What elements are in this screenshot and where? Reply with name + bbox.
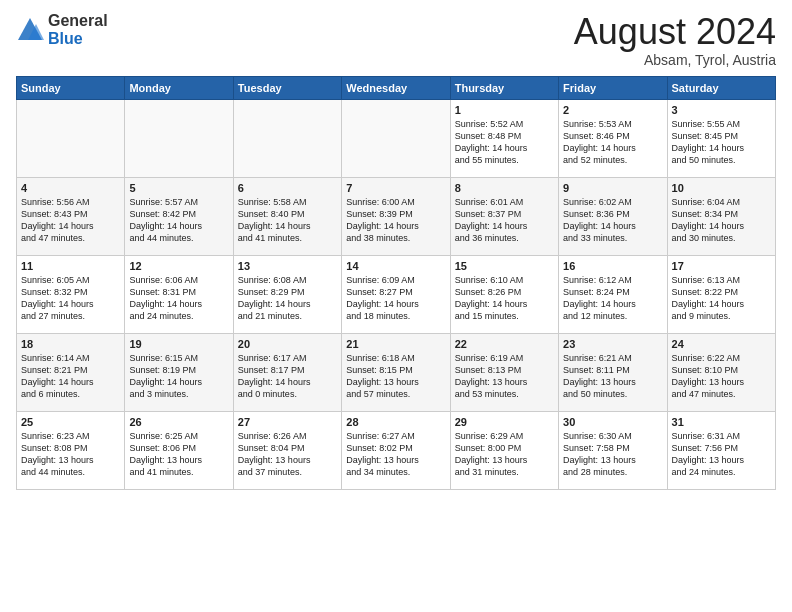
cell-content: Sunrise: 5:57 AM Sunset: 8:42 PM Dayligh…	[129, 196, 228, 245]
calendar-week-5: 25Sunrise: 6:23 AM Sunset: 8:08 PM Dayli…	[17, 411, 776, 489]
calendar-cell: 17Sunrise: 6:13 AM Sunset: 8:22 PM Dayli…	[667, 255, 775, 333]
day-number: 15	[455, 260, 554, 272]
calendar-cell: 4Sunrise: 5:56 AM Sunset: 8:43 PM Daylig…	[17, 177, 125, 255]
cell-content: Sunrise: 6:10 AM Sunset: 8:26 PM Dayligh…	[455, 274, 554, 323]
day-number: 10	[672, 182, 771, 194]
day-number: 2	[563, 104, 662, 116]
calendar-cell	[17, 99, 125, 177]
calendar-cell: 21Sunrise: 6:18 AM Sunset: 8:15 PM Dayli…	[342, 333, 450, 411]
calendar-cell: 23Sunrise: 6:21 AM Sunset: 8:11 PM Dayli…	[559, 333, 667, 411]
day-number: 4	[21, 182, 120, 194]
cell-content: Sunrise: 6:06 AM Sunset: 8:31 PM Dayligh…	[129, 274, 228, 323]
title-block: August 2024 Absam, Tyrol, Austria	[574, 12, 776, 68]
calendar-cell: 2Sunrise: 5:53 AM Sunset: 8:46 PM Daylig…	[559, 99, 667, 177]
day-number: 23	[563, 338, 662, 350]
calendar-cell: 28Sunrise: 6:27 AM Sunset: 8:02 PM Dayli…	[342, 411, 450, 489]
header-sunday: Sunday	[17, 76, 125, 99]
cell-content: Sunrise: 6:19 AM Sunset: 8:13 PM Dayligh…	[455, 352, 554, 401]
day-number: 12	[129, 260, 228, 272]
day-number: 17	[672, 260, 771, 272]
day-number: 8	[455, 182, 554, 194]
cell-content: Sunrise: 6:27 AM Sunset: 8:02 PM Dayligh…	[346, 430, 445, 479]
cell-content: Sunrise: 6:29 AM Sunset: 8:00 PM Dayligh…	[455, 430, 554, 479]
day-number: 30	[563, 416, 662, 428]
header-saturday: Saturday	[667, 76, 775, 99]
page-header: General Blue August 2024 Absam, Tyrol, A…	[16, 12, 776, 68]
day-number: 13	[238, 260, 337, 272]
day-number: 25	[21, 416, 120, 428]
calendar-cell: 26Sunrise: 6:25 AM Sunset: 8:06 PM Dayli…	[125, 411, 233, 489]
cell-content: Sunrise: 5:58 AM Sunset: 8:40 PM Dayligh…	[238, 196, 337, 245]
logo-blue-text: Blue	[48, 30, 108, 48]
header-friday: Friday	[559, 76, 667, 99]
location-subtitle: Absam, Tyrol, Austria	[574, 52, 776, 68]
calendar-cell: 19Sunrise: 6:15 AM Sunset: 8:19 PM Dayli…	[125, 333, 233, 411]
calendar-cell: 16Sunrise: 6:12 AM Sunset: 8:24 PM Dayli…	[559, 255, 667, 333]
calendar-table: SundayMondayTuesdayWednesdayThursdayFrid…	[16, 76, 776, 490]
day-number: 7	[346, 182, 445, 194]
day-number: 31	[672, 416, 771, 428]
calendar-cell: 15Sunrise: 6:10 AM Sunset: 8:26 PM Dayli…	[450, 255, 558, 333]
day-number: 9	[563, 182, 662, 194]
calendar-cell: 9Sunrise: 6:02 AM Sunset: 8:36 PM Daylig…	[559, 177, 667, 255]
calendar-cell: 18Sunrise: 6:14 AM Sunset: 8:21 PM Dayli…	[17, 333, 125, 411]
cell-content: Sunrise: 6:08 AM Sunset: 8:29 PM Dayligh…	[238, 274, 337, 323]
day-number: 16	[563, 260, 662, 272]
cell-content: Sunrise: 6:14 AM Sunset: 8:21 PM Dayligh…	[21, 352, 120, 401]
cell-content: Sunrise: 6:13 AM Sunset: 8:22 PM Dayligh…	[672, 274, 771, 323]
header-tuesday: Tuesday	[233, 76, 341, 99]
cell-content: Sunrise: 6:05 AM Sunset: 8:32 PM Dayligh…	[21, 274, 120, 323]
cell-content: Sunrise: 6:00 AM Sunset: 8:39 PM Dayligh…	[346, 196, 445, 245]
calendar-header-row: SundayMondayTuesdayWednesdayThursdayFrid…	[17, 76, 776, 99]
calendar-cell: 12Sunrise: 6:06 AM Sunset: 8:31 PM Dayli…	[125, 255, 233, 333]
cell-content: Sunrise: 6:17 AM Sunset: 8:17 PM Dayligh…	[238, 352, 337, 401]
calendar-cell: 10Sunrise: 6:04 AM Sunset: 8:34 PM Dayli…	[667, 177, 775, 255]
header-thursday: Thursday	[450, 76, 558, 99]
logo-general-text: General	[48, 12, 108, 30]
cell-content: Sunrise: 6:04 AM Sunset: 8:34 PM Dayligh…	[672, 196, 771, 245]
cell-content: Sunrise: 6:31 AM Sunset: 7:56 PM Dayligh…	[672, 430, 771, 479]
day-number: 22	[455, 338, 554, 350]
day-number: 5	[129, 182, 228, 194]
calendar-cell: 11Sunrise: 6:05 AM Sunset: 8:32 PM Dayli…	[17, 255, 125, 333]
cell-content: Sunrise: 6:01 AM Sunset: 8:37 PM Dayligh…	[455, 196, 554, 245]
cell-content: Sunrise: 5:56 AM Sunset: 8:43 PM Dayligh…	[21, 196, 120, 245]
cell-content: Sunrise: 6:21 AM Sunset: 8:11 PM Dayligh…	[563, 352, 662, 401]
calendar-cell: 8Sunrise: 6:01 AM Sunset: 8:37 PM Daylig…	[450, 177, 558, 255]
day-number: 28	[346, 416, 445, 428]
calendar-cell	[342, 99, 450, 177]
calendar-cell: 22Sunrise: 6:19 AM Sunset: 8:13 PM Dayli…	[450, 333, 558, 411]
header-wednesday: Wednesday	[342, 76, 450, 99]
calendar-cell: 31Sunrise: 6:31 AM Sunset: 7:56 PM Dayli…	[667, 411, 775, 489]
calendar-cell: 25Sunrise: 6:23 AM Sunset: 8:08 PM Dayli…	[17, 411, 125, 489]
day-number: 21	[346, 338, 445, 350]
day-number: 6	[238, 182, 337, 194]
calendar-cell: 13Sunrise: 6:08 AM Sunset: 8:29 PM Dayli…	[233, 255, 341, 333]
day-number: 29	[455, 416, 554, 428]
calendar-week-4: 18Sunrise: 6:14 AM Sunset: 8:21 PM Dayli…	[17, 333, 776, 411]
header-monday: Monday	[125, 76, 233, 99]
day-number: 19	[129, 338, 228, 350]
day-number: 1	[455, 104, 554, 116]
logo-text: General Blue	[48, 12, 108, 47]
day-number: 11	[21, 260, 120, 272]
cell-content: Sunrise: 6:30 AM Sunset: 7:58 PM Dayligh…	[563, 430, 662, 479]
calendar-cell: 14Sunrise: 6:09 AM Sunset: 8:27 PM Dayli…	[342, 255, 450, 333]
cell-content: Sunrise: 6:23 AM Sunset: 8:08 PM Dayligh…	[21, 430, 120, 479]
calendar-week-2: 4Sunrise: 5:56 AM Sunset: 8:43 PM Daylig…	[17, 177, 776, 255]
cell-content: Sunrise: 6:26 AM Sunset: 8:04 PM Dayligh…	[238, 430, 337, 479]
calendar-cell: 7Sunrise: 6:00 AM Sunset: 8:39 PM Daylig…	[342, 177, 450, 255]
day-number: 3	[672, 104, 771, 116]
cell-content: Sunrise: 6:09 AM Sunset: 8:27 PM Dayligh…	[346, 274, 445, 323]
calendar-cell: 27Sunrise: 6:26 AM Sunset: 8:04 PM Dayli…	[233, 411, 341, 489]
cell-content: Sunrise: 6:25 AM Sunset: 8:06 PM Dayligh…	[129, 430, 228, 479]
calendar-cell: 6Sunrise: 5:58 AM Sunset: 8:40 PM Daylig…	[233, 177, 341, 255]
day-number: 14	[346, 260, 445, 272]
cell-content: Sunrise: 5:53 AM Sunset: 8:46 PM Dayligh…	[563, 118, 662, 167]
calendar-week-1: 1Sunrise: 5:52 AM Sunset: 8:48 PM Daylig…	[17, 99, 776, 177]
cell-content: Sunrise: 6:02 AM Sunset: 8:36 PM Dayligh…	[563, 196, 662, 245]
cell-content: Sunrise: 6:18 AM Sunset: 8:15 PM Dayligh…	[346, 352, 445, 401]
day-number: 18	[21, 338, 120, 350]
day-number: 24	[672, 338, 771, 350]
cell-content: Sunrise: 5:52 AM Sunset: 8:48 PM Dayligh…	[455, 118, 554, 167]
